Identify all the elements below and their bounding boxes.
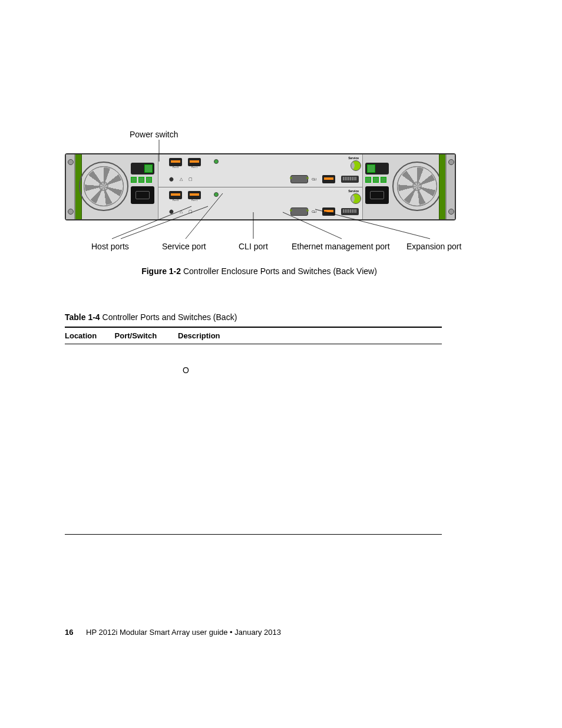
host-ports: Port 0 Port 1 — [169, 191, 201, 202]
host-ports: Port 0 Port 1 — [169, 158, 201, 169]
mgmt-ethernet-icon — [322, 207, 335, 216]
label-cli: CLI — [312, 210, 316, 213]
sas-port-icon — [341, 176, 359, 183]
release-handle-icon — [351, 193, 361, 204]
ethernet-port-icon — [169, 158, 182, 166]
label-cli: CLI — [312, 177, 316, 181]
callout-cli-port: CLI port — [239, 242, 268, 251]
ethernet-port-icon — [188, 191, 201, 199]
fan-icon — [79, 162, 128, 211]
controller-a: Service Port 0 Port 1 ⬤△▢ CLI — [158, 154, 362, 187]
service-port-icon — [214, 159, 219, 164]
fan-icon — [392, 162, 442, 211]
service-port-icon — [214, 192, 219, 197]
label-service: Service — [348, 189, 359, 193]
page-footer: 16 HP 2012i Modular Smart Array user gui… — [65, 628, 281, 637]
controller-b: Service Port 0 Port 1 ⬤△▢ CLI — [158, 187, 362, 220]
table-caption: Table 1-4 Controller Ports and Switches … — [65, 312, 495, 322]
callout-ethernet-mgmt: Ethernet management port — [292, 242, 390, 251]
serial-port-icon — [290, 175, 308, 183]
power-switch-left — [131, 163, 154, 174]
label-power-switch: Power switch — [130, 130, 178, 139]
power-switch-right — [365, 163, 389, 174]
psu-right — [362, 154, 446, 219]
page-number: 16 — [65, 628, 73, 637]
th-port-switch: Port/Switch — [115, 327, 178, 344]
power-inlet-icon — [365, 186, 389, 204]
table-1-4: Location Port/Switch Description — [65, 327, 442, 535]
release-handle-icon — [351, 160, 361, 171]
stray-char: O — [183, 365, 189, 375]
figure-caption: Figure 1-2 Controller Enclosure Ports an… — [65, 266, 454, 276]
callout-expansion-port: Expansion port — [406, 242, 461, 251]
figure-1-2: Power switch Service Port 0 — [65, 130, 495, 271]
footer-text: HP 2012i Modular Smart Array user guide … — [86, 628, 281, 637]
psu-left — [75, 154, 158, 219]
rack-ear-left — [66, 154, 75, 219]
mgmt-ethernet-icon — [322, 175, 335, 183]
ethernet-port-icon — [188, 158, 201, 166]
rack-ear-right — [446, 154, 455, 219]
serial-port-icon — [290, 207, 308, 216]
label-service: Service — [348, 156, 359, 160]
th-description: Description — [178, 327, 442, 344]
enclosure-chassis: Service Port 0 Port 1 ⬤△▢ CLI — [65, 153, 456, 220]
power-inlet-icon — [131, 186, 154, 204]
callout-host-ports: Host ports — [91, 242, 129, 251]
ethernet-port-icon — [169, 191, 182, 199]
callout-service-port: Service port — [162, 242, 206, 251]
sas-port-icon — [341, 208, 359, 215]
th-location: Location — [65, 327, 115, 344]
